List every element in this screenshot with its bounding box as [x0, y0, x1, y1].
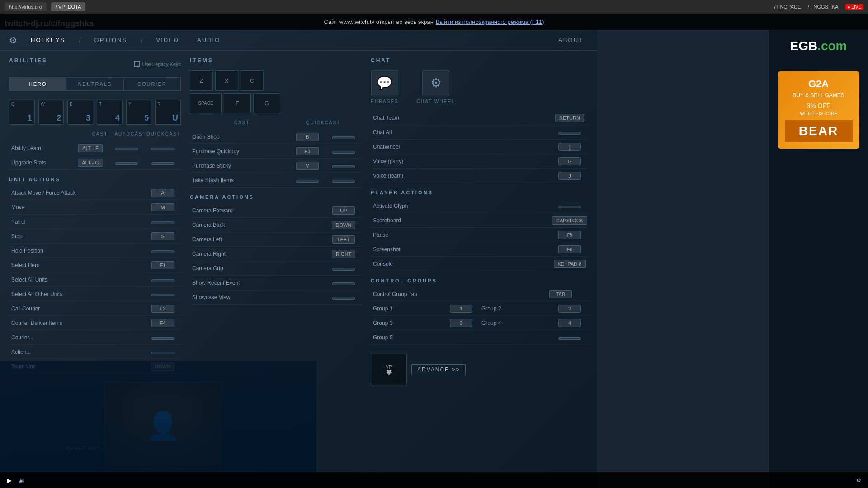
settings-icon[interactable]: ⚙ [9, 35, 17, 46]
unit-move-key[interactable]: M [145, 203, 181, 211]
upgrade-stats-autocast[interactable] [108, 159, 145, 167]
legacy-keys-checkbox[interactable] [134, 61, 140, 67]
social-fngpage[interactable]: / FNGPAGE [774, 4, 801, 9]
group3-label: Group 3 [371, 320, 443, 326]
hero-tabs: HERO NEUTRALS COURIER [9, 77, 181, 91]
item-purchase-quickbuy-qc[interactable] [326, 147, 362, 155]
item-key-g[interactable]: G [253, 93, 280, 113]
tab-vpdota[interactable]: / VP_DOTA [51, 2, 86, 11]
ability-learn-quickcast[interactable] [145, 144, 181, 152]
camera-grip-key[interactable] [326, 264, 362, 272]
egb-g2a[interactable]: G2A BUY & SELL GAMES 3% OFFWITH THIS COD… [778, 71, 859, 149]
nav-options[interactable]: OPTIONS [90, 34, 132, 46]
egb-ad-panel: EGB.com G2A BUY & SELL GAMES 3% OFFWITH … [769, 30, 868, 488]
key-y[interactable]: Y5 [126, 100, 152, 125]
chat-wheel-icon[interactable]: ⚙ [422, 70, 449, 95]
unit-select-all-key[interactable] [145, 276, 181, 284]
unit-select-other-key[interactable] [145, 290, 181, 298]
key-e[interactable]: E3 [67, 100, 93, 125]
screenshot-key[interactable]: F6 [552, 245, 588, 253]
nav-hotkeys[interactable]: HOTKEYS [26, 34, 70, 46]
group2-key[interactable]: 2 [552, 304, 588, 313]
upgrade-stats-cast[interactable]: ALT - G [72, 158, 108, 167]
camera-back-key[interactable]: DOWN [326, 221, 362, 229]
tab-neutrals[interactable]: NEUTRALS [66, 78, 123, 90]
tab-courier[interactable]: COURIER [124, 78, 180, 90]
phrases-icon[interactable]: 💬 [371, 70, 398, 95]
pause-key[interactable]: F9 [552, 230, 588, 239]
chat-team-key[interactable]: RETURN [552, 113, 588, 122]
items-title: ITEMS [190, 57, 362, 64]
console-key[interactable]: KEYPAD 8 [552, 259, 588, 268]
notification-link[interactable]: Выйти из полноэкранного режима (F11) [436, 19, 544, 25]
nav-audio[interactable]: AUDIO [193, 34, 225, 46]
item-key-space[interactable]: SPACE [190, 93, 222, 113]
unit-call-courier-row: Call Courier F2 [9, 301, 181, 316]
unit-hold-key[interactable] [145, 247, 181, 255]
item-key-x[interactable]: X [215, 70, 238, 91]
unit-hold-label: Hold Position [9, 248, 145, 254]
group1-key[interactable]: 1 [443, 304, 479, 313]
unit-call-courier-key[interactable]: F2 [145, 304, 181, 313]
ability-learn-autocast[interactable] [108, 144, 145, 152]
ctrl-group-tab-row: Control Group Tab TAB [371, 287, 588, 301]
group5-key[interactable] [552, 333, 588, 342]
scoreboard-key[interactable]: CAPSLOCK [552, 216, 588, 225]
unit-patrol-row: Patrol [9, 215, 181, 229]
showcase-view-key[interactable] [326, 293, 362, 301]
item-open-shop-cast[interactable]: B [289, 132, 326, 141]
item-take-stash-cast[interactable] [289, 176, 326, 184]
key-w[interactable]: W2 [38, 100, 64, 125]
key-t[interactable]: T4 [97, 100, 123, 125]
unit-stop-key[interactable]: S [145, 232, 181, 240]
unit-move-label: Move [9, 204, 145, 211]
chatwheel-key[interactable]: ] [552, 142, 588, 151]
nav-video[interactable]: VIDEO [152, 34, 184, 46]
item-purchase-sticky-cast[interactable]: V [289, 161, 326, 170]
unit-stop-label: Stop [9, 233, 145, 239]
ctrl-group-tab-key[interactable]: TAB [533, 290, 588, 298]
camera-grip-label: Camera Grip [190, 265, 326, 272]
unit-action-key[interactable] [145, 348, 181, 356]
key-q[interactable]: Q1 [9, 100, 35, 125]
activate-glyph-key[interactable] [552, 202, 588, 210]
unit-patrol-key[interactable] [145, 218, 181, 226]
unit-attack-key[interactable]: A [145, 188, 181, 197]
item-purchase-sticky-qc[interactable] [326, 162, 362, 170]
unit-deliver-key[interactable]: F4 [145, 319, 181, 327]
item-key-z[interactable]: Z [190, 70, 213, 91]
item-take-stash-qc[interactable] [326, 176, 362, 184]
volume-button[interactable]: 🔉 [19, 477, 25, 483]
show-recent-event-key[interactable] [326, 279, 362, 287]
upgrade-stats-quickcast[interactable] [145, 159, 181, 167]
voice-party-key[interactable]: G [552, 157, 588, 165]
social-fnggshka[interactable]: / FNGGSHKA [808, 4, 839, 9]
player-actions-title: PLAYER ACTIONS [371, 190, 588, 195]
item-open-shop-qc[interactable] [326, 133, 362, 141]
camera-right-key[interactable]: RIGHT [326, 249, 362, 258]
group4-key[interactable]: 4 [552, 319, 588, 327]
screenshot-label: Screenshot [371, 246, 552, 253]
camera-left-key[interactable]: LEFT [326, 235, 362, 244]
unit-select-hero-key[interactable]: F1 [145, 261, 181, 269]
tab-hero[interactable]: HERO [9, 78, 66, 90]
virtus-pro-logo: VP🐺 [371, 354, 407, 385]
ability-learn-cast[interactable]: ALT - F [72, 144, 108, 152]
nav-about[interactable]: ABOUT [554, 34, 588, 46]
item-key-c[interactable]: C [241, 70, 264, 91]
chat-all-key[interactable] [552, 128, 588, 136]
voice-team-key[interactable]: J [552, 171, 588, 180]
item-key-f[interactable]: F [224, 93, 251, 113]
key-r[interactable]: RU [155, 100, 181, 125]
camera-back-row: Camera Back DOWN [190, 218, 362, 232]
camera-forward-label: Camera Forward [190, 207, 326, 214]
play-button[interactable]: ▶ [7, 477, 12, 484]
bottom-overlay [0, 361, 316, 488]
camera-forward-key[interactable]: UP [326, 206, 362, 215]
player-settings-button[interactable]: ⚙ [856, 477, 861, 483]
item-purchase-quickbuy-cast[interactable]: F3 [289, 147, 326, 155]
group3-key[interactable]: 3 [443, 319, 479, 327]
tab-virtus[interactable]: http://virtus.pro [5, 2, 47, 11]
unit-courier-key[interactable] [145, 333, 181, 342]
advance-button[interactable]: ADVANCE >> [411, 364, 466, 375]
